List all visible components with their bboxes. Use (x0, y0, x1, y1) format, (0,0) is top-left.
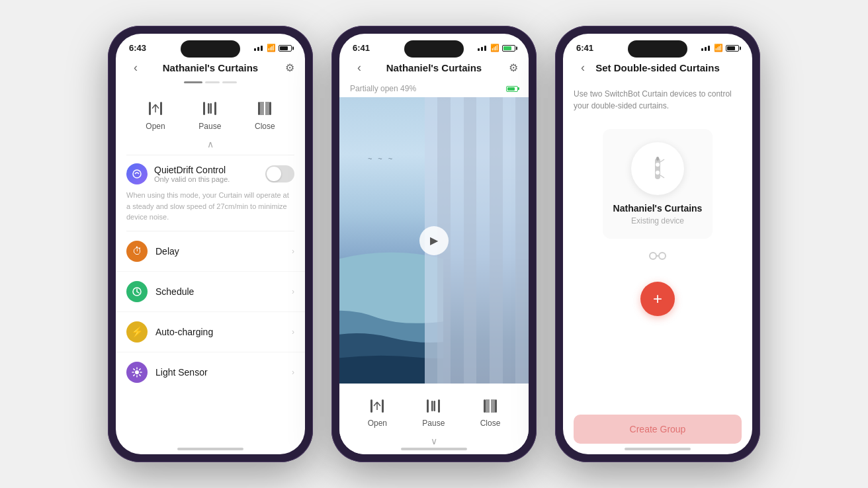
schedule-chevron-icon: › (292, 287, 294, 296)
delay-row[interactable]: ⏱ Delay › (116, 231, 305, 272)
s2-controls: Open Pause (339, 384, 529, 454)
auto-charging-chevron-icon: › (292, 327, 294, 337)
quiet-drift-toggle[interactable] (265, 165, 294, 183)
close-button-2[interactable]: Close (480, 397, 501, 428)
signal-9 (708, 46, 710, 51)
back-button-1[interactable]: ‹ (126, 61, 145, 75)
stripe-7 (503, 97, 516, 384)
svg-rect-2 (203, 102, 205, 115)
time-1: 6:43 (129, 43, 146, 53)
svg-line-21 (134, 368, 134, 369)
dynamic-island-2 (404, 40, 464, 58)
wifi-icon-3: 📶 (714, 44, 723, 52)
chevron-up-icon[interactable]: ∧ (207, 139, 214, 149)
s2-ctrl-row: Open Pause (350, 391, 518, 433)
close-button-1[interactable]: Close (255, 99, 275, 131)
page-title-1: Nathaniel's Curtains (145, 62, 276, 73)
chevron-down-icon[interactable]: ∨ (431, 436, 437, 446)
svg-rect-4 (208, 103, 210, 114)
home-indicator-3 (625, 448, 691, 450)
light-sensor-chevron-icon: › (292, 368, 294, 377)
pause-button-1[interactable]: Pause (198, 99, 221, 131)
light-sensor-icon (126, 362, 148, 383)
schedule-row[interactable]: Schedule › (116, 272, 305, 312)
light-sensor-row[interactable]: Light Sensor › (116, 352, 305, 392)
phone-3: 6:41 📶 ‹ Set Double-sided Curtains Use t… (555, 26, 760, 462)
stripe-4 (464, 97, 477, 384)
nav-header-2: ‹ Nathaniel's Curtains ⚙ (339, 57, 529, 81)
quiet-drift-row: QuietDrift Control Only valid on this pa… (116, 155, 305, 231)
svg-rect-0 (149, 102, 151, 115)
schedule-icon (126, 281, 148, 302)
status-line-2: Partially open 49% (339, 81, 529, 97)
svg-rect-33 (495, 399, 497, 413)
svg-point-42 (656, 163, 660, 167)
svg-rect-41 (656, 157, 659, 161)
auto-charging-icon: ⚡ (126, 321, 148, 343)
close-icon-2 (481, 397, 499, 415)
phone-2: 6:41 📶 ‹ Nathaniel's Curtains ⚙ Partiall… (331, 26, 537, 462)
svg-rect-5 (210, 103, 212, 114)
wifi-icon-1: 📶 (267, 44, 276, 52)
back-button-2[interactable]: ‹ (350, 61, 369, 75)
pause-label-2: Pause (422, 419, 445, 428)
dynamic-island-1 (181, 40, 240, 58)
partially-open-text: Partially open 49% (350, 84, 416, 93)
svg-rect-30 (431, 401, 433, 411)
close-label-1: Close (255, 122, 275, 131)
add-device-button[interactable]: + (640, 282, 675, 316)
battery-icon-1 (279, 45, 292, 52)
svg-line-24 (134, 374, 134, 375)
curtain-controls-1: Open Pause (116, 89, 305, 136)
quiet-drift-icon (126, 163, 148, 184)
svg-rect-27 (382, 399, 384, 413)
auto-charging-row[interactable]: ⚡ Auto-charging › (116, 312, 305, 352)
nav-header-3: ‹ Set Double-sided Curtains (563, 57, 752, 81)
s3-device-section: Nathaniel's Curtains Existing device + (563, 122, 752, 316)
spacer-3 (563, 316, 752, 415)
svg-point-16 (135, 370, 139, 374)
settings-icon-2[interactable]: ⚙ (499, 61, 518, 74)
birds-decoration: ~ ~ ~ (368, 155, 394, 163)
create-group-button[interactable]: Create Group (574, 415, 742, 444)
quiet-drift-name: QuietDrift Control (154, 165, 230, 175)
svg-point-14 (133, 170, 141, 178)
s3-device-card: Nathaniel's Curtains Existing device (603, 129, 713, 239)
settings-icon-1[interactable]: ⚙ (276, 61, 294, 74)
open-button-2[interactable]: Open (368, 397, 387, 428)
dot-2 (205, 81, 220, 83)
stripe-5 (476, 97, 490, 384)
page-title-3: Set Double-sided Curtains (592, 62, 723, 73)
wifi-icon-2: 📶 (490, 44, 499, 52)
svg-rect-6 (258, 102, 260, 115)
open-label-2: Open (368, 419, 387, 428)
signal-5 (481, 47, 483, 51)
delay-chevron-icon: › (292, 247, 294, 256)
page-title-2: Nathaniel's Curtains (369, 62, 499, 73)
dynamic-island-3 (628, 40, 687, 58)
home-indicator-1 (177, 448, 243, 450)
svg-rect-26 (370, 399, 372, 413)
back-button-3[interactable]: ‹ (574, 61, 592, 75)
open-button-1[interactable]: Open (146, 99, 165, 131)
svg-line-45 (660, 175, 664, 178)
signal-2 (257, 47, 259, 51)
stripe-3 (451, 97, 464, 384)
play-button-2[interactable]: ▶ (419, 226, 449, 255)
time-2: 6:41 (353, 43, 370, 53)
auto-charging-label: Auto-charging (155, 327, 292, 337)
battery-icon-2 (502, 45, 515, 52)
signal-8 (705, 47, 707, 51)
screen1-content: Open Pause (116, 89, 305, 454)
pause-button-2[interactable]: Pause (422, 397, 445, 428)
svg-line-22 (140, 374, 140, 375)
screen2-content: Partially open 49% ~ ~ ~ (339, 81, 529, 454)
svg-line-44 (660, 159, 664, 162)
pause-icon-1 (200, 99, 219, 118)
battery-icon-3 (726, 45, 739, 52)
s3-device-sub: Existing device (631, 216, 684, 225)
signal-3 (261, 46, 263, 51)
svg-rect-29 (438, 399, 440, 413)
curtain-image: ~ ~ ~ ▶ (339, 97, 529, 384)
open-label-1: Open (146, 122, 165, 131)
